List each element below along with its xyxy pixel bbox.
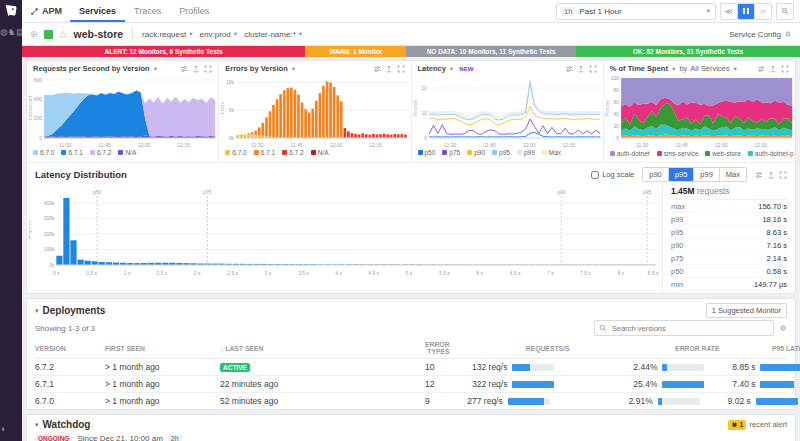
fullscreen-icon[interactable] — [397, 65, 405, 73]
service-config-button[interactable]: Service Config — [729, 30, 792, 39]
chart-options-icon[interactable] — [565, 65, 573, 73]
time-forward-button[interactable]: ≫ — [754, 4, 771, 19]
column-header[interactable]: ERROR TYPES — [425, 341, 450, 355]
column-header[interactable]: FIRST SEEN — [105, 345, 220, 352]
watchdog-alert-row[interactable]: ONGOING Since Dec 21, 10:00 am 2h — [27, 431, 795, 441]
chart-options-icon[interactable] — [373, 65, 381, 73]
svg-text:100k: 100k — [44, 247, 55, 252]
filter-cluster[interactable]: cluster-name:*▼ — [244, 30, 303, 39]
recent-alert-label: recent alert — [749, 420, 787, 429]
legend-item[interactable]: 6.7.1 — [61, 149, 82, 156]
legend-item[interactable]: 6.7.0 — [33, 149, 54, 156]
svg-text:p90: p90 — [557, 190, 565, 195]
tab-traces[interactable]: Traces — [125, 0, 170, 22]
legend-item[interactable]: p95 — [492, 149, 510, 156]
chart-options-icon[interactable] — [180, 65, 188, 73]
alert-duration: 2h — [168, 435, 182, 441]
deployment-row[interactable]: 6.7.1> 1 month ago22 minutes ago12322 re… — [35, 376, 787, 393]
column-header[interactable]: VERSION — [35, 345, 105, 352]
latency-distribution-chart[interactable]: 0k100k200k300k400k0 s0.5 s1 s1.5 s2 s2.5… — [27, 183, 662, 277]
legend-item[interactable]: Max — [542, 149, 561, 156]
collapse-caret-icon[interactable]: ▾ — [35, 421, 39, 429]
alert-segment[interactable]: WARN: 1 Monitor — [305, 46, 406, 57]
legend-item[interactable]: 6.7.0 — [225, 149, 246, 156]
export-icon[interactable] — [767, 171, 775, 179]
latency-chart[interactable]: 0102011:3011:4512:0012:15Seconds — [412, 73, 603, 149]
fullscreen-icon[interactable] — [781, 65, 789, 73]
column-header[interactable]: ↓ LAST SEEN — [220, 345, 425, 352]
legend-item[interactable]: p75 — [442, 149, 460, 156]
watchdog-icon[interactable]: ♞ — [8, 27, 16, 37]
tab-profiles[interactable]: Profiles — [170, 0, 218, 22]
search-versions-input[interactable] — [610, 323, 769, 334]
app-root: ◍♞▤▦⚐◫◔◉▣▥◈◎ ◖ APM Services Traces Profi… — [0, 0, 800, 441]
export-icon[interactable] — [769, 65, 777, 73]
fullscreen-icon[interactable] — [204, 65, 212, 73]
legend-item[interactable]: sms-service — [657, 149, 699, 158]
percentile-button-p99[interactable]: p99 — [693, 168, 719, 181]
requests-chart[interactable]: 020040060011:3011:4512:0012:15Hits/secon… — [27, 73, 218, 149]
alert-segment[interactable]: ALERT: 12 Monitors, 6 Synthetic Tests — [22, 46, 305, 57]
chart-options-icon[interactable] — [755, 171, 763, 179]
column-header[interactable]: P95 LATENCY — [720, 345, 800, 352]
legend-item[interactable]: p90 — [467, 149, 485, 156]
collapse-caret-icon[interactable]: ▾ — [35, 307, 39, 315]
legend-item[interactable]: p50 — [418, 149, 436, 156]
chart-title[interactable]: Errors by Version — [225, 64, 288, 73]
chart-options-icon[interactable] — [757, 65, 765, 73]
chart-title[interactable]: Requests per Second by Version — [33, 64, 150, 73]
tab-services[interactable]: Services — [70, 0, 125, 22]
export-icon[interactable] — [577, 65, 585, 73]
version-link[interactable]: 6.7.2 — [35, 362, 105, 372]
percentile-button-p90[interactable]: p90 — [643, 168, 668, 181]
export-icon[interactable] — [192, 65, 200, 73]
chart-title[interactable]: Latency — [418, 64, 446, 73]
log-scale-checkbox[interactable] — [591, 171, 599, 179]
legend-item[interactable]: 6.7.2 — [90, 149, 111, 156]
legend-item[interactable]: 6.7.2 — [282, 149, 303, 156]
percentile-button-p95[interactable]: p95 — [668, 168, 694, 181]
time-range-picker[interactable]: 1h Past 1 Hour ▼ — [556, 3, 716, 20]
legend-item[interactable]: web-store — [705, 149, 741, 158]
column-header[interactable]: REQUESTS/S — [450, 345, 570, 352]
chart-title[interactable]: % of Time Spent — [610, 64, 668, 73]
legend-item[interactable]: p99 — [517, 149, 535, 156]
fullscreen-icon[interactable] — [779, 171, 787, 179]
legend-item[interactable]: N/A — [118, 149, 136, 156]
alert-segment[interactable]: NO DATA: 10 Monitors, 11 Synthetic Tests — [406, 46, 576, 57]
zoom-out-button[interactable] — [776, 3, 794, 20]
filter-env[interactable]: env:prod▼ — [200, 30, 239, 39]
alert-segment[interactable]: OK: 82 Monitors, 31 Synthetic Tests — [576, 46, 800, 57]
globe-icon[interactable]: ⊕ — [30, 29, 38, 39]
search-icon[interactable]: ◍ — [0, 27, 8, 37]
fullscreen-icon[interactable] — [589, 65, 597, 73]
version-link[interactable]: 6.7.1 — [35, 379, 105, 389]
version-link[interactable]: 6.7.0 — [35, 396, 105, 406]
filter-primary-operation[interactable]: rack.request▼ — [142, 30, 193, 39]
chart-card-errors: Errors by Version ▼ 0k5k10k11:3011:4512:… — [218, 61, 410, 162]
chart-card-requests: Requests per Second by Version ▼ 0200400… — [27, 61, 218, 162]
chart-card-time-spent: % of Time Spent ▼ by All Services ▼ 02 — [603, 61, 795, 162]
apm-product-label[interactable]: APM — [28, 6, 70, 16]
legend-item[interactable]: 6.7.1 — [254, 149, 275, 156]
legend-item[interactable]: N/A — [311, 149, 329, 156]
watchdog-alert-badge[interactable]: 1 — [728, 420, 747, 430]
suggested-monitor-button[interactable]: 1 Suggested Monitor — [706, 303, 787, 318]
deployment-row[interactable]: 6.7.2> 1 month agoACTIVE10132 req/s2.44%… — [35, 359, 787, 376]
datadog-logo[interactable] — [4, 3, 19, 18]
export-icon[interactable] — [385, 65, 393, 73]
deployment-row[interactable]: 6.7.0> 1 month ago52 minutes ago9277 req… — [35, 393, 787, 409]
column-header[interactable]: ERROR RATE — [570, 345, 720, 352]
help-chat-icon[interactable]: ◖ — [0, 424, 5, 434]
log-scale-toggle[interactable]: Log scale — [591, 170, 634, 179]
pause-button[interactable] — [737, 4, 754, 19]
table-settings-gear-icon[interactable] — [779, 324, 787, 332]
percentile-button-max[interactable]: Max — [719, 168, 746, 181]
scope-selector[interactable]: All Services — [690, 64, 729, 73]
favorite-star-icon[interactable]: ☆ — [59, 29, 68, 40]
time-spent-chart[interactable]: 02040608010011:3011:4512:0012:15Percent — [604, 73, 795, 149]
time-backward-button[interactable]: ≪ — [721, 4, 737, 19]
legend-item[interactable]: auth-dotnet-p — [748, 149, 794, 158]
legend-item[interactable]: auth-dotnet — [610, 149, 650, 158]
errors-chart[interactable]: 0k5k10k11:3011:4512:0012:15Errors — [219, 73, 410, 149]
